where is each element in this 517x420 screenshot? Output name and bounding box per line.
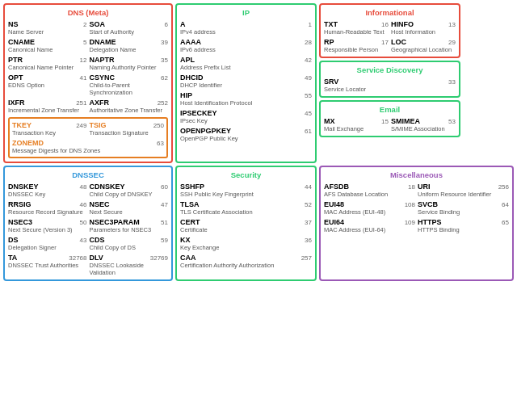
list-item: AXFR252 Authoritative Zone Transfer — [90, 99, 169, 114]
list-item: CSYNC62 Child-to-Parent Synchronization — [90, 74, 169, 96]
service-discovery-records: SRV33 Service Locator — [324, 78, 456, 93]
list-item: NS2 Name Server — [8, 20, 87, 36]
list-item: NSEC47 Next Secure — [90, 200, 169, 216]
list-item: CAA257 Certification Authority Authoriza… — [180, 254, 312, 269]
list-item: HINFO13 Host Information — [391, 20, 456, 36]
list-item: KX36 Key Exchange — [180, 236, 312, 251]
list-item: OPT41 EDNS Option — [8, 74, 87, 96]
bottom-row: DNSSEC DNSKEY48 DNSSEC Key CDNSKEY60 Chi… — [3, 166, 514, 281]
list-item: HTTPS65 HTTPS Binding — [418, 218, 509, 233]
list-item: NSEC350 Next Secure (Version 3) — [8, 218, 87, 233]
list-item: AAAA28 IPv6 address — [180, 38, 312, 53]
main-layout: DNS (Meta) NS2 Name Server SOA6 Start of… — [0, 0, 517, 420]
service-discovery-title: Service Discovery — [324, 65, 456, 74]
right-top-column: Informational TXT16 Human-Readable Text … — [319, 3, 460, 163]
list-item: SVCB64 Service Binding — [418, 200, 509, 216]
list-item: CDNSKEY60 Child Copy of DNSKEY — [90, 183, 169, 198]
list-item: CERT37 Certificate — [180, 218, 312, 233]
list-item: NAPTR35 Naming Authority Pointer — [90, 56, 169, 71]
list-item: PTR12 Canonical Name Pointer — [8, 56, 87, 71]
ip-records: A1 IPv4 address AAAA28 IPv6 address APL4… — [180, 20, 312, 142]
list-item: ZONEMD63 Message Digests for DNS Zones — [12, 139, 164, 154]
list-item: DLV32769 DNSSEC Lookaside Validation — [90, 254, 169, 276]
email-section: Email MX15 Mail Exchange SMIMEA53 S/MIME… — [319, 100, 460, 137]
list-item: RRSIG46 Resource Record Signature — [8, 200, 87, 216]
dns-extra-records: TKEY249 Transaction Key TSIG250 Transact… — [12, 121, 164, 136]
list-item: LOC29 Geographical Location — [391, 38, 456, 53]
email-title: Email — [324, 105, 456, 114]
dns-meta-section: DNS (Meta) NS2 Name Server SOA6 Start of… — [3, 3, 173, 163]
list-item: A1 IPv4 address — [180, 20, 312, 36]
informational-records: TXT16 Human-Readable Text HINFO13 Host I… — [324, 20, 456, 53]
list-item: NSEC3PARAM51 Parameters for NSEC3 — [90, 218, 169, 233]
list-item: TA32768 DNSSEC Trust Authorities — [8, 254, 87, 276]
list-item: AFSDB18 AFS Database Location — [324, 183, 415, 198]
list-item: HIP55 Host Identification Protocol — [180, 91, 312, 107]
list-item: EUI48108 MAC Address (EUI-48) — [324, 200, 415, 216]
list-item: APL42 Address Prefix List — [180, 56, 312, 71]
dns-meta-records: NS2 Name Server SOA6 Start of Authority … — [8, 20, 168, 114]
security-records: SSHFP44 SSH Public Key Fingerprint TLSA5… — [180, 183, 312, 269]
list-item: CNAME5 Canonical Name — [8, 38, 87, 53]
list-item: URI256 Uniform Resource Identifier — [418, 183, 509, 198]
ip-section: IP A1 IPv4 address AAAA28 IPv6 address A… — [175, 3, 317, 163]
dnssec-section: DNSSEC DNSKEY48 DNSSEC Key CDNSKEY60 Chi… — [3, 166, 173, 281]
list-item: TLSA52 TLS Certificate Association — [180, 200, 312, 216]
list-item: SMIMEA53 S/MIME Association — [391, 117, 456, 132]
security-section: Security SSHFP44 SSH Public Key Fingerpr… — [175, 166, 317, 281]
list-item: EUI64109 MAC Address (EUI-64) — [324, 218, 415, 233]
email-records: MX15 Mail Exchange SMIMEA53 S/MIME Assoc… — [324, 117, 456, 132]
list-item: IXFR251 Incremental Zone Transfer — [8, 99, 87, 114]
informational-title: Informational — [324, 8, 456, 17]
miscellaneous-section: Miscellaneous AFSDB18 AFS Database Locat… — [319, 166, 514, 281]
list-item: CDS59 Child Copy of DS — [90, 236, 169, 251]
dnssec-title: DNSSEC — [8, 170, 168, 179]
dnssec-records: DNSKEY48 DNSSEC Key CDNSKEY60 Child Copy… — [8, 183, 168, 276]
service-discovery-section: Service Discovery SRV33 Service Locator — [319, 61, 460, 98]
list-item: TSIG250 Transaction Signature — [90, 121, 165, 136]
security-title: Security — [180, 170, 312, 179]
miscellaneous-records: AFSDB18 AFS Database Location URI256 Uni… — [324, 183, 509, 233]
list-item: DS43 Delegation Signer — [8, 236, 87, 251]
list-item: RP17 Responsible Person — [324, 38, 389, 53]
list-item: DHCID49 DHCP Identifier — [180, 74, 312, 89]
list-item: DNAME39 Delegation Name — [90, 38, 169, 53]
list-item: TKEY249 Transaction Key — [12, 121, 87, 136]
miscellaneous-title: Miscellaneous — [324, 170, 509, 179]
list-item: TXT16 Human-Readable Text — [324, 20, 389, 36]
list-item: IPSECKEY45 IPsec Key — [180, 109, 312, 124]
dns-extra-section: TKEY249 Transaction Key TSIG250 Transact… — [8, 117, 168, 158]
list-item: SRV33 Service Locator — [324, 78, 456, 93]
ip-title: IP — [180, 8, 312, 17]
list-item: MX15 Mail Exchange — [324, 117, 389, 132]
informational-section: Informational TXT16 Human-Readable Text … — [319, 3, 460, 58]
list-item: DNSKEY48 DNSSEC Key — [8, 183, 87, 198]
list-item: SOA6 Start of Authority — [90, 20, 169, 36]
dns-meta-title: DNS (Meta) — [8, 8, 168, 17]
list-item: OPENPGPKEY61 OpenPGP Public Key — [180, 127, 312, 142]
list-item: SSHFP44 SSH Public Key Fingerprint — [180, 183, 312, 198]
